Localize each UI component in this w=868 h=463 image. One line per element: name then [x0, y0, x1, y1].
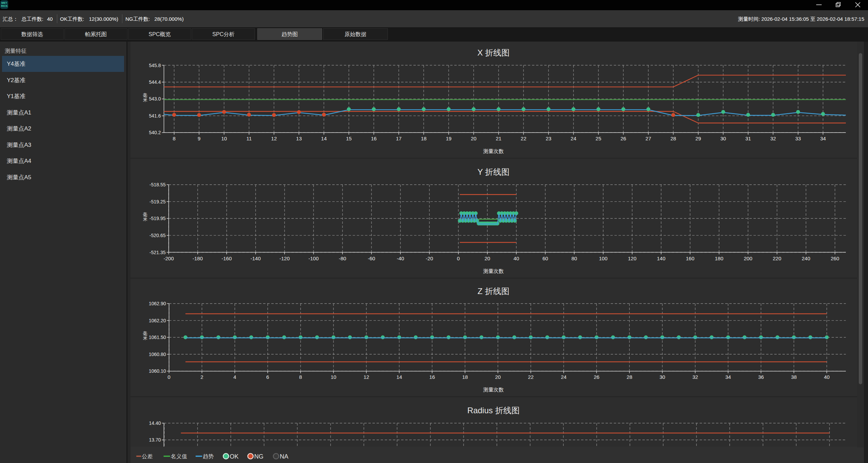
- svg-text:160: 160: [686, 256, 694, 261]
- svg-text:-200: -200: [164, 256, 174, 261]
- svg-text:220: 220: [773, 256, 781, 261]
- svg-text:1060.10: 1060.10: [149, 368, 166, 374]
- svg-text:测量次数: 测量次数: [483, 148, 504, 154]
- svg-text:24: 24: [570, 136, 576, 141]
- svg-text:-520.65: -520.65: [150, 233, 166, 238]
- svg-text:38: 38: [791, 374, 797, 380]
- svg-text:-519.25: -519.25: [150, 199, 166, 204]
- svg-text:20: 20: [471, 136, 476, 141]
- svg-text:31: 31: [745, 136, 751, 141]
- svg-text:-521.35: -521.35: [150, 250, 166, 255]
- svg-text:23: 23: [546, 136, 551, 141]
- svg-text:1062.20: 1062.20: [149, 318, 166, 323]
- svg-text:34: 34: [725, 374, 731, 380]
- svg-text:240: 240: [802, 256, 810, 261]
- svg-text:34: 34: [820, 136, 826, 141]
- svg-text:40: 40: [514, 256, 519, 261]
- svg-text:-40: -40: [397, 256, 404, 261]
- svg-text:180: 180: [715, 256, 723, 261]
- svg-text:8: 8: [299, 374, 302, 380]
- svg-text:米: 米: [143, 217, 148, 222]
- svg-text:19: 19: [446, 136, 452, 141]
- svg-text:40: 40: [824, 374, 830, 380]
- svg-text:32: 32: [770, 136, 776, 141]
- svg-text:12: 12: [271, 136, 277, 141]
- svg-text:24: 24: [561, 374, 567, 380]
- svg-text:0: 0: [457, 256, 460, 261]
- svg-text:9: 9: [198, 136, 200, 141]
- svg-text:Z 折线图: Z 折线图: [477, 287, 509, 296]
- svg-text:-80: -80: [339, 256, 346, 261]
- svg-text:18: 18: [462, 374, 468, 380]
- svg-text:1060.80: 1060.80: [149, 352, 166, 357]
- svg-text:-180: -180: [193, 256, 203, 261]
- svg-text:2: 2: [200, 374, 203, 380]
- svg-text:米: 米: [143, 97, 148, 103]
- svg-text:33: 33: [795, 136, 801, 141]
- svg-text:11: 11: [246, 136, 252, 141]
- svg-text:毫: 毫: [143, 93, 148, 98]
- svg-text:16: 16: [371, 136, 377, 141]
- svg-text:30: 30: [659, 374, 665, 380]
- svg-text:4: 4: [233, 374, 236, 380]
- svg-text:OK: OK: [230, 453, 239, 460]
- svg-text:22: 22: [528, 374, 534, 380]
- svg-text:0: 0: [168, 374, 170, 380]
- svg-text:1061.50: 1061.50: [149, 335, 166, 340]
- svg-text:22: 22: [521, 136, 527, 141]
- svg-text:1062.90: 1062.90: [149, 301, 166, 306]
- svg-text:13: 13: [296, 136, 302, 141]
- svg-text:-20: -20: [426, 256, 433, 261]
- svg-text:公差: 公差: [142, 453, 153, 459]
- svg-text:名义值: 名义值: [171, 453, 187, 459]
- svg-text:12: 12: [364, 374, 369, 380]
- svg-text:36: 36: [758, 374, 764, 380]
- svg-text:28: 28: [627, 374, 633, 380]
- svg-text:17: 17: [396, 136, 402, 141]
- svg-text:543.0: 543.0: [149, 96, 161, 102]
- svg-text:-120: -120: [279, 256, 290, 261]
- svg-text:20: 20: [495, 374, 501, 380]
- svg-text:27: 27: [645, 136, 651, 141]
- svg-text:20: 20: [485, 256, 490, 261]
- svg-text:6: 6: [266, 374, 269, 380]
- svg-text:13.70: 13.70: [149, 437, 161, 443]
- svg-text:260: 260: [831, 256, 839, 261]
- svg-text:21: 21: [496, 136, 502, 141]
- svg-text:14: 14: [396, 374, 402, 380]
- svg-text:30: 30: [720, 136, 726, 141]
- svg-text:10: 10: [221, 136, 227, 141]
- svg-text:26: 26: [621, 136, 626, 141]
- svg-text:200: 200: [744, 256, 752, 261]
- svg-text:米: 米: [143, 336, 148, 341]
- svg-text:毫: 毫: [143, 212, 148, 217]
- svg-text:545.8: 545.8: [149, 63, 161, 68]
- svg-text:140: 140: [657, 256, 665, 261]
- svg-text:120: 120: [628, 256, 636, 261]
- svg-text:32: 32: [692, 374, 698, 380]
- svg-text:80: 80: [572, 256, 577, 261]
- svg-text:16: 16: [429, 374, 435, 380]
- svg-text:Radius 折线图: Radius 折线图: [467, 406, 519, 415]
- svg-text:60: 60: [543, 256, 548, 261]
- svg-text:15: 15: [346, 136, 352, 141]
- svg-text:541.6: 541.6: [149, 113, 161, 119]
- svg-text:25: 25: [596, 136, 601, 141]
- svg-text:NA: NA: [280, 453, 288, 460]
- svg-text:10: 10: [331, 374, 336, 380]
- svg-text:测量次数: 测量次数: [483, 268, 504, 274]
- svg-text:-518.55: -518.55: [150, 182, 166, 187]
- svg-text:X 折线图: X 折线图: [477, 48, 510, 57]
- svg-text:29: 29: [695, 136, 701, 141]
- svg-text:毫: 毫: [143, 331, 148, 336]
- svg-text:14: 14: [321, 136, 327, 141]
- svg-text:-100: -100: [308, 256, 319, 261]
- svg-text:14.40: 14.40: [149, 420, 161, 426]
- svg-text:-60: -60: [368, 256, 375, 261]
- svg-text:8: 8: [173, 136, 176, 141]
- svg-text:540.2: 540.2: [149, 130, 161, 135]
- svg-text:-519.95: -519.95: [150, 216, 166, 221]
- svg-text:趋势: 趋势: [203, 453, 214, 459]
- svg-text:-160: -160: [222, 256, 232, 261]
- svg-text:26: 26: [594, 374, 599, 380]
